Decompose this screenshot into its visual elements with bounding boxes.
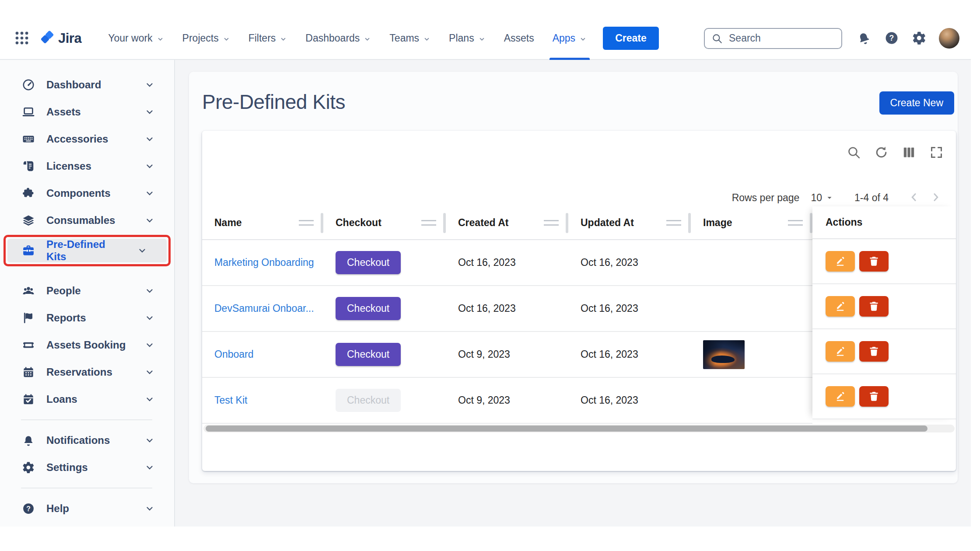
kit-name-link[interactable]: DevSamurai Onboar... xyxy=(214,303,314,314)
column-header-image[interactable]: Image xyxy=(691,206,812,239)
column-header-created-at[interactable]: Created At xyxy=(446,206,568,239)
checkout-button[interactable]: Checkout xyxy=(336,343,401,366)
settings-button[interactable] xyxy=(911,31,927,46)
search-icon xyxy=(711,33,723,44)
nav-item-plans[interactable]: Plans xyxy=(440,17,495,59)
delete-button[interactable] xyxy=(859,386,889,407)
table-fullscreen-button[interactable] xyxy=(929,145,944,160)
actions-cell xyxy=(812,284,956,329)
actions-column: Actions xyxy=(812,206,956,419)
horizontal-scrollbar[interactable] xyxy=(203,425,955,432)
sidebar: Dashboard Assets Accessories Licenses xyxy=(0,60,175,527)
column-resize-handle[interactable] xyxy=(666,220,681,226)
sidebar-item-settings[interactable]: Settings xyxy=(0,454,174,481)
checkout-button[interactable]: Checkout xyxy=(336,251,401,274)
chevron-down-icon xyxy=(144,215,155,226)
chevron-down-icon xyxy=(144,503,155,514)
nav-item-dashboards[interactable]: Dashboards xyxy=(296,17,380,59)
chevron-down-icon xyxy=(144,286,155,296)
nav-item-projects[interactable]: Projects xyxy=(173,17,239,59)
kit-name-link[interactable]: Onboard xyxy=(214,349,254,360)
sidebar-item-label: Dashboard xyxy=(46,79,101,91)
delete-button[interactable] xyxy=(859,251,889,272)
table-refresh-button[interactable] xyxy=(874,145,889,160)
sidebar-item-label: People xyxy=(46,285,81,297)
previous-page-button[interactable] xyxy=(907,191,921,205)
column-resize-handle[interactable] xyxy=(299,220,314,226)
sidebar-item-reservations[interactable]: Reservations xyxy=(0,359,174,386)
create-button[interactable]: Create xyxy=(603,27,659,50)
next-page-button[interactable] xyxy=(929,191,943,205)
nav-item-label: Your work xyxy=(108,32,152,44)
sidebar-item-dashboard[interactable]: Dashboard xyxy=(0,71,174,98)
jira-logo[interactable]: Jira xyxy=(39,31,81,46)
ticket-icon xyxy=(22,338,35,352)
create-new-button[interactable]: Create New xyxy=(879,91,954,115)
nav-item-assets[interactable]: Assets xyxy=(495,17,543,59)
chevron-down-icon xyxy=(157,35,164,43)
delete-button[interactable] xyxy=(859,341,889,362)
created-at-cell: Oct 16, 2023 xyxy=(446,303,568,314)
rows-per-page-select[interactable]: 10 xyxy=(811,192,834,204)
kit-name-link[interactable]: Marketing Onboarding xyxy=(214,257,314,268)
app-switcher-button[interactable] xyxy=(13,30,31,47)
chevron-down-icon xyxy=(144,80,155,90)
chevron-down-icon xyxy=(144,188,155,199)
search-box[interactable] xyxy=(704,28,842,49)
sidebar-item-notifications[interactable]: Notifications xyxy=(0,427,174,454)
table-search-button[interactable] xyxy=(847,145,861,160)
sidebar-item-people[interactable]: People xyxy=(0,277,174,304)
column-resize-handle[interactable] xyxy=(421,220,436,226)
search-icon xyxy=(847,145,861,160)
kit-name-link[interactable]: Test Kit xyxy=(214,394,247,406)
bell-icon xyxy=(22,434,35,447)
sidebar-divider xyxy=(21,488,152,488)
actions-cell xyxy=(812,239,956,284)
column-resize-handle[interactable] xyxy=(544,220,559,226)
sidebar-item-label: Components xyxy=(46,187,111,199)
column-header-updated-at[interactable]: Updated At xyxy=(568,206,691,239)
column-resize-handle[interactable] xyxy=(788,220,803,226)
created-at-cell: Oct 16, 2023 xyxy=(446,257,568,269)
notifications-button[interactable] xyxy=(856,31,872,46)
search-input[interactable] xyxy=(728,32,822,45)
sidebar-item-label: Licenses xyxy=(46,160,91,172)
edit-button[interactable] xyxy=(826,296,855,317)
sidebar-item-pre-defined-kits[interactable]: Pre-Defined Kits xyxy=(7,239,167,262)
sidebar-item-loans[interactable]: Loans xyxy=(0,386,174,413)
sidebar-item-assets[interactable]: Assets xyxy=(0,98,174,126)
sidebar-item-reports[interactable]: Reports xyxy=(0,304,174,331)
sidebar-item-label: Reservations xyxy=(46,366,112,378)
sidebar-item-components[interactable]: Components xyxy=(0,180,174,207)
edit-button[interactable] xyxy=(826,386,855,407)
scrollbar-thumb[interactable] xyxy=(206,425,928,432)
chevron-down-icon xyxy=(144,435,155,446)
edit-button[interactable] xyxy=(826,341,855,362)
sidebar-item-help[interactable]: ? Help xyxy=(0,495,174,522)
nav-item-label: Assets xyxy=(504,32,534,44)
nav-item-label: Plans xyxy=(449,32,474,44)
sidebar-item-consumables[interactable]: Consumables xyxy=(0,207,174,234)
column-header-checkout[interactable]: Checkout xyxy=(323,206,446,239)
table-row: Marketing Onboarding Checkout Oct 16, 20… xyxy=(202,240,812,286)
nav-item-filters[interactable]: Filters xyxy=(239,17,297,59)
edit-button[interactable] xyxy=(826,251,855,272)
checkout-button[interactable]: Checkout xyxy=(336,297,401,320)
column-header-name[interactable]: Name xyxy=(202,206,323,239)
sidebar-item-accessories[interactable]: Accessories xyxy=(0,126,174,153)
user-avatar[interactable] xyxy=(939,28,959,49)
actions-cell xyxy=(812,374,956,419)
delete-button[interactable] xyxy=(859,296,889,317)
nav-item-teams[interactable]: Teams xyxy=(380,17,440,59)
nav-item-apps[interactable]: Apps xyxy=(543,17,596,59)
rows-per-page-value: 10 xyxy=(811,192,822,204)
column-header-label: Created At xyxy=(458,217,508,229)
nav-item-your-work[interactable]: Your work xyxy=(99,17,173,59)
sidebar-item-licenses[interactable]: Licenses xyxy=(0,153,174,180)
help-button[interactable]: ? xyxy=(884,31,900,46)
sidebar-item-assets-booking[interactable]: Assets Booking xyxy=(0,331,174,359)
created-at-cell: Oct 9, 2023 xyxy=(446,349,568,360)
table-columns-button[interactable] xyxy=(902,145,916,160)
image-cell xyxy=(691,340,812,369)
chevron-down-icon xyxy=(144,462,155,473)
